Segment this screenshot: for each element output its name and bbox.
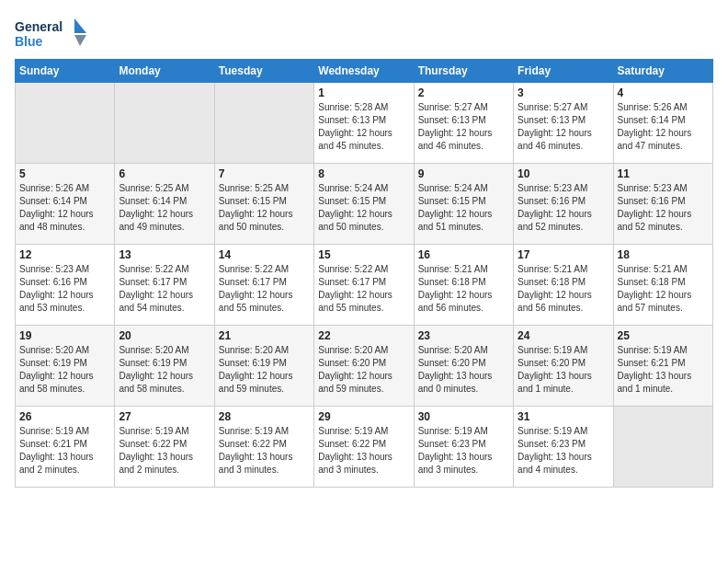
day-cell: 9Sunrise: 5:24 AM Sunset: 6:15 PM Daylig… xyxy=(414,164,513,245)
svg-marker-2 xyxy=(74,18,86,33)
day-info: Sunrise: 5:27 AM Sunset: 6:13 PM Dayligh… xyxy=(418,101,509,153)
day-cell: 3Sunrise: 5:27 AM Sunset: 6:13 PM Daylig… xyxy=(514,83,613,164)
day-cell: 17Sunrise: 5:21 AM Sunset: 6:18 PM Dayli… xyxy=(514,245,613,326)
day-cell: 25Sunrise: 5:19 AM Sunset: 6:21 PM Dayli… xyxy=(613,326,712,407)
day-cell: 26Sunrise: 5:19 AM Sunset: 6:21 PM Dayli… xyxy=(16,407,115,488)
day-info: Sunrise: 5:21 AM Sunset: 6:18 PM Dayligh… xyxy=(518,263,609,315)
day-cell: 31Sunrise: 5:19 AM Sunset: 6:23 PM Dayli… xyxy=(514,407,613,488)
day-cell xyxy=(613,407,712,488)
day-info: Sunrise: 5:19 AM Sunset: 6:22 PM Dayligh… xyxy=(219,425,310,477)
col-header-saturday: Saturday xyxy=(613,60,712,83)
day-info: Sunrise: 5:22 AM Sunset: 6:17 PM Dayligh… xyxy=(318,263,409,315)
logo: General Blue xyxy=(15,15,88,55)
page-header: General Blue xyxy=(15,15,713,55)
day-number: 17 xyxy=(518,248,609,261)
day-cell: 20Sunrise: 5:20 AM Sunset: 6:19 PM Dayli… xyxy=(115,326,214,407)
day-cell: 7Sunrise: 5:25 AM Sunset: 6:15 PM Daylig… xyxy=(214,164,313,245)
week-row-5: 26Sunrise: 5:19 AM Sunset: 6:21 PM Dayli… xyxy=(16,407,713,488)
day-cell: 22Sunrise: 5:20 AM Sunset: 6:20 PM Dayli… xyxy=(314,326,414,407)
day-cell: 18Sunrise: 5:21 AM Sunset: 6:18 PM Dayli… xyxy=(613,245,712,326)
day-info: Sunrise: 5:19 AM Sunset: 6:23 PM Dayligh… xyxy=(418,425,509,477)
day-number: 11 xyxy=(618,167,709,180)
week-row-1: 1Sunrise: 5:28 AM Sunset: 6:13 PM Daylig… xyxy=(16,83,713,164)
day-info: Sunrise: 5:22 AM Sunset: 6:17 PM Dayligh… xyxy=(219,263,310,315)
col-header-sunday: Sunday xyxy=(16,60,115,83)
day-number: 20 xyxy=(119,329,210,342)
col-header-friday: Friday xyxy=(514,60,613,83)
week-row-2: 5Sunrise: 5:26 AM Sunset: 6:14 PM Daylig… xyxy=(16,164,713,245)
day-number: 27 xyxy=(119,410,210,423)
day-number: 6 xyxy=(119,167,210,180)
day-cell: 21Sunrise: 5:20 AM Sunset: 6:19 PM Dayli… xyxy=(214,326,313,407)
week-row-4: 19Sunrise: 5:20 AM Sunset: 6:19 PM Dayli… xyxy=(16,326,713,407)
day-number: 16 xyxy=(418,248,509,261)
calendar-table: SundayMondayTuesdayWednesdayThursdayFrid… xyxy=(15,59,713,488)
day-cell: 30Sunrise: 5:19 AM Sunset: 6:23 PM Dayli… xyxy=(414,407,513,488)
day-info: Sunrise: 5:24 AM Sunset: 6:15 PM Dayligh… xyxy=(318,182,409,234)
day-number: 9 xyxy=(418,167,509,180)
day-number: 18 xyxy=(618,248,709,261)
day-cell: 12Sunrise: 5:23 AM Sunset: 6:16 PM Dayli… xyxy=(16,245,115,326)
day-number: 12 xyxy=(19,248,110,261)
day-number: 15 xyxy=(318,248,409,261)
day-cell: 6Sunrise: 5:25 AM Sunset: 6:14 PM Daylig… xyxy=(115,164,214,245)
day-info: Sunrise: 5:25 AM Sunset: 6:14 PM Dayligh… xyxy=(119,182,210,234)
day-info: Sunrise: 5:24 AM Sunset: 6:15 PM Dayligh… xyxy=(418,182,509,234)
day-info: Sunrise: 5:19 AM Sunset: 6:21 PM Dayligh… xyxy=(19,425,110,477)
day-number: 31 xyxy=(518,410,609,423)
day-info: Sunrise: 5:25 AM Sunset: 6:15 PM Dayligh… xyxy=(219,182,310,234)
day-cell: 29Sunrise: 5:19 AM Sunset: 6:22 PM Dayli… xyxy=(314,407,414,488)
day-info: Sunrise: 5:21 AM Sunset: 6:18 PM Dayligh… xyxy=(418,263,509,315)
week-row-3: 12Sunrise: 5:23 AM Sunset: 6:16 PM Dayli… xyxy=(16,245,713,326)
day-cell: 1Sunrise: 5:28 AM Sunset: 6:13 PM Daylig… xyxy=(314,83,414,164)
day-info: Sunrise: 5:23 AM Sunset: 6:16 PM Dayligh… xyxy=(518,182,609,234)
logo-svg: General Blue xyxy=(15,15,88,55)
col-header-tuesday: Tuesday xyxy=(214,60,313,83)
day-info: Sunrise: 5:21 AM Sunset: 6:18 PM Dayligh… xyxy=(618,263,709,315)
day-number: 14 xyxy=(219,248,310,261)
day-info: Sunrise: 5:26 AM Sunset: 6:14 PM Dayligh… xyxy=(19,182,110,234)
day-cell: 11Sunrise: 5:23 AM Sunset: 6:16 PM Dayli… xyxy=(613,164,712,245)
col-header-monday: Monday xyxy=(115,60,214,83)
day-number: 7 xyxy=(219,167,310,180)
col-header-wednesday: Wednesday xyxy=(314,60,414,83)
day-cell: 23Sunrise: 5:20 AM Sunset: 6:20 PM Dayli… xyxy=(414,326,513,407)
day-number: 28 xyxy=(219,410,310,423)
day-number: 19 xyxy=(19,329,110,342)
day-info: Sunrise: 5:28 AM Sunset: 6:13 PM Dayligh… xyxy=(318,101,409,153)
day-cell: 19Sunrise: 5:20 AM Sunset: 6:19 PM Dayli… xyxy=(16,326,115,407)
svg-text:Blue: Blue xyxy=(15,34,43,49)
day-number: 4 xyxy=(618,86,709,99)
day-info: Sunrise: 5:22 AM Sunset: 6:17 PM Dayligh… xyxy=(119,263,210,315)
day-number: 5 xyxy=(19,167,110,180)
day-info: Sunrise: 5:26 AM Sunset: 6:14 PM Dayligh… xyxy=(618,101,709,153)
day-info: Sunrise: 5:27 AM Sunset: 6:13 PM Dayligh… xyxy=(518,101,609,153)
day-cell: 2Sunrise: 5:27 AM Sunset: 6:13 PM Daylig… xyxy=(414,83,513,164)
day-number: 22 xyxy=(318,329,409,342)
day-number: 25 xyxy=(618,329,709,342)
day-info: Sunrise: 5:20 AM Sunset: 6:20 PM Dayligh… xyxy=(418,344,509,396)
day-cell: 8Sunrise: 5:24 AM Sunset: 6:15 PM Daylig… xyxy=(314,164,414,245)
day-cell xyxy=(16,83,115,164)
day-info: Sunrise: 5:19 AM Sunset: 6:23 PM Dayligh… xyxy=(518,425,609,477)
day-info: Sunrise: 5:20 AM Sunset: 6:20 PM Dayligh… xyxy=(318,344,409,396)
day-number: 8 xyxy=(318,167,409,180)
day-number: 3 xyxy=(518,86,609,99)
day-info: Sunrise: 5:20 AM Sunset: 6:19 PM Dayligh… xyxy=(219,344,310,396)
day-info: Sunrise: 5:23 AM Sunset: 6:16 PM Dayligh… xyxy=(19,263,110,315)
day-cell: 4Sunrise: 5:26 AM Sunset: 6:14 PM Daylig… xyxy=(613,83,712,164)
day-cell: 14Sunrise: 5:22 AM Sunset: 6:17 PM Dayli… xyxy=(214,245,313,326)
day-number: 26 xyxy=(19,410,110,423)
day-info: Sunrise: 5:20 AM Sunset: 6:19 PM Dayligh… xyxy=(19,344,110,396)
day-number: 1 xyxy=(318,86,409,99)
day-number: 2 xyxy=(418,86,509,99)
day-number: 23 xyxy=(418,329,509,342)
day-cell: 24Sunrise: 5:19 AM Sunset: 6:20 PM Dayli… xyxy=(514,326,613,407)
day-number: 10 xyxy=(518,167,609,180)
day-cell: 13Sunrise: 5:22 AM Sunset: 6:17 PM Dayli… xyxy=(115,245,214,326)
day-number: 13 xyxy=(119,248,210,261)
day-number: 21 xyxy=(219,329,310,342)
day-info: Sunrise: 5:19 AM Sunset: 6:22 PM Dayligh… xyxy=(318,425,409,477)
calendar-header-row: SundayMondayTuesdayWednesdayThursdayFrid… xyxy=(16,60,713,83)
day-cell: 5Sunrise: 5:26 AM Sunset: 6:14 PM Daylig… xyxy=(16,164,115,245)
